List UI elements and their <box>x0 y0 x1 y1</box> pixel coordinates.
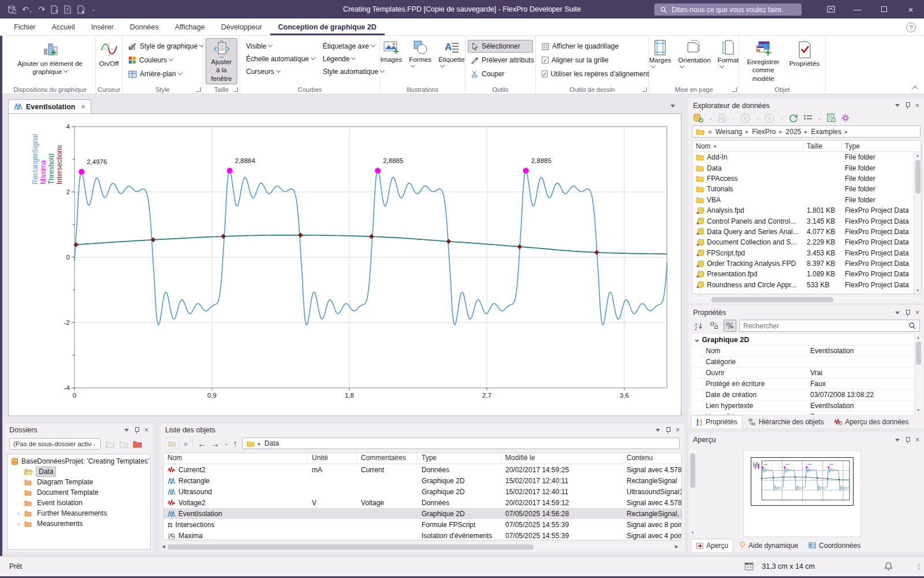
pick-attributes-button[interactable]: Prélever attributs <box>468 54 533 66</box>
qat-overflow-icon[interactable]: ⌄ <box>91 6 96 12</box>
colors-button[interactable]: Couleurs <box>125 54 200 66</box>
vertical-scrollbar[interactable]: ▲▼ <box>914 334 922 413</box>
column-header-taille[interactable]: Taille <box>803 140 841 151</box>
new-object-icon[interactable] <box>51 5 58 14</box>
column-header-type[interactable]: Type <box>841 140 921 151</box>
forward-circle-icon[interactable] <box>765 113 774 123</box>
snap-to-grid-checkbox[interactable]: ✓ Aligner sur la grille <box>538 54 646 66</box>
close-panel-icon[interactable]: × <box>144 427 148 433</box>
horizontal-scrollbar[interactable]: ◀ ▶ <box>163 544 672 550</box>
tab-accueil[interactable]: Accueil <box>44 20 83 35</box>
table-row[interactable]: Roundness and Circle Appr...533 KBFlexPr… <box>692 280 921 290</box>
column-header-type[interactable]: Type <box>418 453 501 464</box>
close-panel-icon[interactable]: × <box>676 427 680 433</box>
expand-levels-icon[interactable]: » <box>184 439 188 448</box>
label-button[interactable]: A Étiquette <box>435 38 467 72</box>
tab-aide-dynamique[interactable]: Aide dynamique <box>735 539 803 552</box>
pin-icon[interactable] <box>905 102 910 109</box>
page-setup-icon[interactable] <box>744 562 754 570</box>
table-row[interactable]: Control Panels and Control...3.145 KBFle… <box>692 216 921 226</box>
auto-style-button[interactable]: Style automatique <box>319 65 388 78</box>
undo-icon[interactable]: ↶⌄ <box>22 5 32 14</box>
table-row[interactable]: Data Query and Series Anal...4.077 KBFle… <box>692 227 921 237</box>
tell-me-search[interactable]: Dites-nous ce que vous voulez faire. <box>654 3 802 16</box>
back-icon[interactable]: ← <box>198 439 206 449</box>
table-row[interactable]: Current2mACurrentDonnées20/02/2017 14:59… <box>163 464 681 475</box>
margins-button[interactable]: Marges <box>646 38 674 72</box>
property-row[interactable]: Lien hypertexteEventIsolation <box>692 401 914 412</box>
tab-fichier[interactable]: Fichier <box>6 20 44 35</box>
tree-item-diagram-template[interactable]: Diagram Template <box>8 477 150 487</box>
tree-item-root[interactable]: BaseDonnéesProjet: 'Creating Templates' <box>8 456 150 466</box>
tree-item-further-measurements[interactable]: ›Further Measurements <box>8 508 150 518</box>
cursors-button[interactable]: Curseurs <box>243 65 318 78</box>
visible-button[interactable]: Visible <box>243 40 318 53</box>
tree-item-data[interactable]: Data <box>8 466 150 477</box>
data-preview-doc-icon[interactable] <box>718 114 726 123</box>
object-properties-button[interactable]: Propriétés <box>786 38 823 84</box>
help-icon[interactable]: ? <box>906 23 916 32</box>
cursor-onoff-button[interactable]: On/Off <box>96 38 122 84</box>
style-dialog-launcher[interactable] <box>196 87 201 92</box>
properties-search-box[interactable] <box>739 320 920 332</box>
collapse-panel-icon[interactable] <box>895 439 900 442</box>
database-options-caret[interactable]: ⌄ <box>709 116 713 121</box>
table-row[interactable]: Add-InFile folder <box>692 152 921 162</box>
table-row[interactable]: DataFile folder <box>692 162 921 173</box>
copy-document-icon[interactable] <box>64 5 72 14</box>
indexing-icon[interactable] <box>827 113 836 123</box>
background-button[interactable]: Arrière-plan <box>125 68 200 80</box>
pin-icon[interactable] <box>665 427 670 433</box>
tree-item-measurements[interactable]: ›Measurements <box>8 518 150 529</box>
active-folder-icon[interactable] <box>133 440 142 448</box>
collapse-panel-icon[interactable] <box>124 429 129 432</box>
table-row[interactable]: Analysis.fpd1.801 KBFlexPro Project Data <box>692 205 921 216</box>
table-row[interactable]: MaximaIsolation d'événements07/05/2025 1… <box>163 530 681 540</box>
fit-to-window-button[interactable]: Ajuster à la fenêtre <box>206 38 237 84</box>
maximize-button[interactable] <box>871 0 897 18</box>
folder-forward-icon[interactable] <box>119 440 128 448</box>
refresh-icon[interactable] <box>789 113 798 123</box>
pin-icon[interactable] <box>905 310 910 316</box>
property-row[interactable]: Date de création03/07/2008 13:08:22 <box>692 390 914 401</box>
explorer-breadcrumb[interactable]: « Weisang▸ FlexPro▸ 2025▸ Examples▸ <box>692 125 921 138</box>
dessin-dialog-launcher[interactable] <box>642 87 647 92</box>
alignment-guides-checkbox[interactable]: ✓ Utiliser les repères d'alignement <box>538 68 646 80</box>
show-grid-button[interactable]: Afficher le quadrillage <box>538 40 646 53</box>
open-folder-button[interactable] <box>165 438 179 449</box>
close-panel-icon[interactable]: × <box>915 436 919 443</box>
collapse-panel-icon[interactable] <box>895 312 900 314</box>
horizontal-scrollbar[interactable] <box>692 297 914 303</box>
format-button[interactable]: Format <box>715 38 742 72</box>
table-row[interactable]: Presentation.fpd1.089 KBFlexPro Project … <box>692 269 921 279</box>
sort-alphabetical-icon[interactable]: AZ <box>692 320 705 332</box>
column-header-commentaires[interactable]: Commentaires <box>357 453 418 464</box>
object-list-breadcrumb[interactable]: ▸ Data <box>242 438 680 449</box>
history-dropdown-icon[interactable]: ⌄ <box>224 440 229 446</box>
up-icon[interactable]: ↑ <box>233 439 237 448</box>
database-options-icon[interactable] <box>693 113 703 123</box>
tree-item-event-isolation[interactable]: Event Isolation <box>8 498 150 508</box>
chart-canvas[interactable]: 2,49762,88842,88852,8885420-2-400,91,82,… <box>8 113 681 416</box>
close-panel-icon[interactable]: × <box>915 309 919 316</box>
table-row[interactable]: RectangleGraphique 2D15/02/2017 12:40:11… <box>163 475 681 486</box>
breadcrumb-item[interactable]: Examples <box>811 128 841 136</box>
tab-affichage[interactable]: Affichage <box>167 20 213 35</box>
tab-hierarchie-des-objets[interactable]: Hiérarchie des objets <box>744 415 829 428</box>
tab-donnees[interactable]: Données <box>122 20 167 35</box>
close-button[interactable]: × <box>897 0 924 18</box>
table-row[interactable]: EventIsolationGraphique 2D07/05/2025 14:… <box>163 508 681 519</box>
column-header-modifié-le[interactable]: Modifié le <box>501 453 623 464</box>
taille-dialog-launcher[interactable] <box>233 87 238 92</box>
select-button[interactable]: Sélectionner <box>468 40 533 53</box>
tab-developpeur[interactable]: Développeur <box>213 20 270 35</box>
breadcrumb-collapse-icon[interactable]: « <box>708 128 712 136</box>
pin-icon[interactable] <box>905 437 910 443</box>
auto-scale-button[interactable]: Échelle automatique <box>243 53 318 65</box>
column-header-unité[interactable]: Unité <box>308 453 357 464</box>
tab-inserer[interactable]: Insérer <box>83 20 122 35</box>
property-group-header[interactable]: ◢Graphique 2D <box>692 334 914 346</box>
add-chart-element-button[interactable]: Ajouter un élément de graphique <box>7 38 93 84</box>
table-row[interactable]: FPAccessFile folder <box>692 173 921 184</box>
table-row[interactable]: VBAFile folder <box>692 195 921 205</box>
